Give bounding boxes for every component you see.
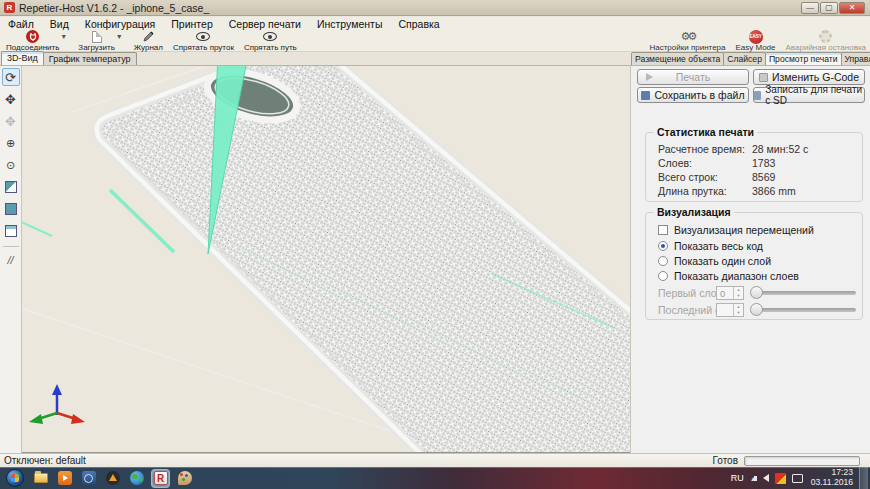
- load-dropdown-icon[interactable]: ▼: [116, 33, 123, 40]
- clock[interactable]: 17:23 03.11.2016: [811, 468, 853, 488]
- front-view-icon[interactable]: [2, 200, 20, 218]
- show-desktop-button[interactable]: [859, 467, 868, 489]
- radio-label[interactable]: Показать весь код: [674, 240, 763, 252]
- app-window: R Repetier-Host V1.6.2 - _iphone_5_case_…: [0, 0, 870, 489]
- tab-slicer[interactable]: Слайсер: [723, 52, 766, 65]
- taskbar-repetier-host[interactable]: R: [152, 470, 169, 487]
- tab-object-placement[interactable]: Размещение объекта: [631, 52, 724, 65]
- easy-mode-button[interactable]: EASY Easy Mode: [736, 30, 776, 52]
- stat-label: Всего строк:: [658, 171, 718, 183]
- close-button[interactable]: ✕: [839, 2, 865, 14]
- tray-antivirus-icon[interactable]: [775, 473, 786, 484]
- emergency-stop-icon: [819, 30, 832, 43]
- save-to-file-button[interactable]: Сохранить в файл: [637, 87, 749, 103]
- start-button[interactable]: [6, 469, 24, 487]
- last-layer-slider[interactable]: [750, 303, 856, 317]
- panel-tabs: Размещение объекта Слайсер Просмотр печа…: [630, 52, 870, 66]
- rotate-view-icon[interactable]: ⟳: [2, 68, 20, 86]
- slider-thumb[interactable]: [750, 303, 763, 316]
- move-view-icon[interactable]: ✥: [2, 90, 20, 108]
- triangle-icon: [106, 471, 120, 485]
- log-button[interactable]: Журнал: [134, 30, 163, 52]
- sd-card-icon: [754, 91, 761, 100]
- first-layer-spinner[interactable]: 0 ▲▼: [716, 286, 744, 300]
- plug-icon: [26, 30, 39, 43]
- connect-dropdown-icon[interactable]: ▼: [60, 33, 67, 40]
- network-icon[interactable]: [792, 474, 803, 483]
- maximize-button[interactable]: ▢: [820, 2, 838, 14]
- document-icon: [92, 31, 102, 43]
- zoom-in-icon[interactable]: ⊕: [2, 134, 20, 152]
- hide-travel-button[interactable]: Спрятать путь: [244, 30, 297, 52]
- taskbar-media-player[interactable]: [56, 470, 73, 487]
- volume-icon[interactable]: [763, 474, 769, 482]
- menu-help[interactable]: Справка: [390, 18, 447, 30]
- parallel-projection-icon[interactable]: //: [2, 251, 20, 269]
- iso-view-icon[interactable]: [2, 178, 20, 196]
- menu-print-server[interactable]: Сервер печати: [221, 18, 309, 30]
- language-indicator[interactable]: RU: [731, 473, 744, 483]
- window-title: Repetier-Host V1.6.2 - _iphone_5_case_: [19, 2, 209, 14]
- radio-label[interactable]: Показать диапазон слоев: [674, 270, 799, 282]
- taskbar-paint[interactable]: [176, 470, 193, 487]
- stat-value: 8569: [752, 171, 775, 183]
- print-button[interactable]: Печать: [637, 69, 749, 85]
- view-toolbar: ⟳ ✥ ✥ ⊕ ⊙ //: [0, 66, 22, 453]
- menu-tools[interactable]: Инструменты: [309, 18, 390, 30]
- move-object-icon[interactable]: ✥: [2, 112, 20, 130]
- main-toolbar: Подсоединить ▼ Загрузить ▼ Журнал Спрята…: [0, 30, 870, 52]
- emergency-stop-button[interactable]: Аварийная остановка: [786, 30, 866, 52]
- spinner-arrows-icon[interactable]: ▲▼: [733, 304, 743, 316]
- first-layer-slider[interactable]: [750, 286, 856, 300]
- stat-label: Расчетное время:: [658, 143, 745, 155]
- visualization-group: Визуализация Визуализация перемещений По…: [645, 212, 863, 320]
- print-preview-panel: Печать Изменить G-Code Сохранить в файл …: [630, 66, 870, 453]
- slider-thumb[interactable]: [750, 286, 763, 299]
- tab-temp-graph[interactable]: График температур: [43, 52, 137, 65]
- checkbox-label[interactable]: Визуализация перемещений: [674, 224, 814, 236]
- printer-settings-button[interactable]: ⚙⚙ Настройки принтера: [649, 30, 725, 52]
- easy-mode-icon: EASY: [749, 30, 763, 44]
- menu-config[interactable]: Конфигурация: [77, 18, 163, 30]
- menu-file[interactable]: Файл: [0, 18, 42, 30]
- visualize-moves-checkbox[interactable]: [658, 225, 668, 235]
- tab-manual-control[interactable]: Управление: [841, 52, 870, 65]
- save-to-sd-button[interactable]: Записать для печати с SD: [753, 87, 865, 103]
- windows-taskbar: R RU ▲ 17:23 03.11.2016: [0, 467, 870, 489]
- play-icon: [58, 471, 72, 485]
- taskbar-antivirus[interactable]: [104, 470, 121, 487]
- windows-flag-icon: [11, 474, 19, 482]
- tab-print-preview[interactable]: Просмотр печати: [765, 52, 842, 65]
- system-tray: RU ▲ 17:23 03.11.2016: [731, 467, 870, 489]
- title-bar[interactable]: R Repetier-Host V1.6.2 - _iphone_5_case_…: [0, 0, 870, 16]
- taskbar-browser[interactable]: [128, 470, 145, 487]
- connect-button[interactable]: Подсоединить: [6, 30, 59, 52]
- taskbar-media-app[interactable]: [80, 470, 97, 487]
- edit-icon: [759, 73, 768, 82]
- top-view-icon[interactable]: [2, 222, 20, 240]
- menu-view[interactable]: Вид: [42, 18, 77, 30]
- palette-icon: [178, 471, 192, 485]
- show-layer-range-radio[interactable]: [658, 271, 668, 281]
- save-icon: [641, 91, 650, 100]
- load-button[interactable]: Загрузить: [78, 30, 115, 52]
- spinner-arrows-icon[interactable]: ▲▼: [733, 287, 743, 299]
- viewport-3d[interactable]: [22, 66, 630, 453]
- connection-status: Отключен: default: [4, 455, 86, 466]
- play-icon: [646, 73, 653, 81]
- show-single-layer-radio[interactable]: [658, 256, 668, 266]
- axes-gizmo: [29, 384, 85, 424]
- gcode-preview-scene: [22, 66, 630, 453]
- menu-printer[interactable]: Принтер: [163, 18, 220, 30]
- tab-3d-view[interactable]: 3D-Вид: [1, 51, 44, 65]
- taskbar-explorer[interactable]: [32, 470, 49, 487]
- last-layer-spinner[interactable]: ▲▼: [716, 303, 744, 317]
- hide-filament-button[interactable]: Спрятать пруток: [173, 30, 234, 52]
- minimize-button[interactable]: —: [801, 2, 819, 14]
- edit-gcode-button[interactable]: Изменить G-Code: [753, 69, 865, 85]
- disc-icon: [82, 471, 96, 485]
- radio-label[interactable]: Показать один слой: [674, 255, 771, 267]
- zoom-fit-icon[interactable]: ⊙: [2, 156, 20, 174]
- show-all-code-radio[interactable]: [658, 241, 668, 251]
- pencil-icon: [142, 30, 155, 43]
